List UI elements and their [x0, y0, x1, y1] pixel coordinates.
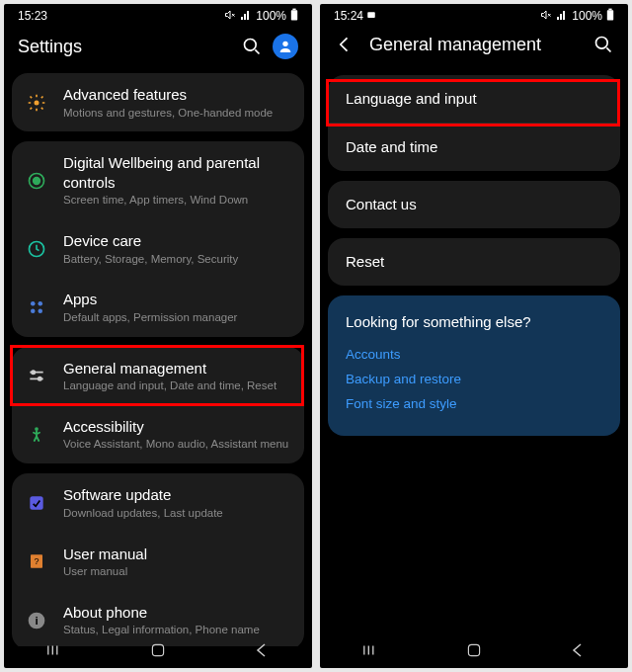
settings-list: Advanced features Motions and gestures, …	[4, 73, 312, 646]
nav-home[interactable]	[128, 642, 188, 658]
svg-rect-15	[30, 496, 42, 509]
battery-text: 100%	[572, 9, 602, 23]
nav-recents[interactable]	[26, 643, 85, 657]
svg-point-3	[282, 42, 287, 46]
manual-icon: ?	[26, 550, 47, 572]
mute-icon	[224, 9, 236, 24]
svg-point-24	[596, 38, 608, 49]
svg-point-11	[39, 309, 43, 314]
link-backup-restore[interactable]: Backup and restore	[346, 367, 602, 391]
battery-text: 100%	[256, 9, 286, 23]
header: General management	[320, 26, 628, 69]
item-title: About phone	[63, 603, 290, 623]
svg-point-9	[39, 301, 43, 306]
nav-recents[interactable]	[342, 643, 401, 657]
svg-text:?: ?	[34, 556, 39, 566]
signal-icon	[240, 9, 252, 24]
advanced-icon	[26, 92, 47, 114]
phone-general-management: 15:24 100% General management	[320, 4, 628, 668]
navbar	[320, 635, 628, 665]
item-advanced-features[interactable]: Advanced features Motions and gestures, …	[12, 73, 304, 131]
item-title: Accessibility	[63, 417, 290, 437]
status-time: 15:24	[334, 9, 376, 23]
item-title: Apps	[63, 290, 290, 309]
svg-rect-20	[152, 644, 163, 655]
svg-rect-22	[607, 10, 613, 20]
item-title: Advanced features	[63, 85, 290, 105]
nav-back[interactable]	[547, 642, 606, 658]
item-user-manual[interactable]: ? User manual User manual	[12, 533, 304, 591]
item-title: Reset	[346, 252, 384, 272]
back-icon[interactable]	[334, 34, 356, 55]
search-icon[interactable]	[592, 34, 614, 55]
item-title: Software update	[63, 485, 290, 505]
item-title: Date and time	[346, 137, 437, 157]
status-time: 15:23	[18, 9, 47, 23]
else-title: Looking for something else?	[346, 313, 602, 330]
settings-sliders-icon	[26, 365, 47, 386]
item-contact-us[interactable]: Contact us	[328, 181, 620, 228]
status-bar: 15:23 100%	[4, 4, 312, 26]
apps-icon	[26, 296, 47, 318]
nav-home[interactable]	[444, 642, 504, 658]
item-sub: Download updates, Last update	[63, 507, 290, 521]
svg-point-4	[35, 100, 40, 105]
mute-icon	[540, 9, 552, 24]
search-icon[interactable]	[241, 36, 263, 57]
svg-rect-23	[608, 8, 611, 10]
svg-text:i: i	[35, 614, 38, 627]
page-title: General management	[369, 35, 592, 55]
item-title: Contact us	[346, 195, 417, 214]
svg-rect-0	[291, 10, 297, 20]
svg-point-12	[32, 371, 35, 374]
item-title: User manual	[63, 545, 290, 564]
svg-rect-1	[292, 8, 295, 10]
account-avatar[interactable]	[273, 34, 298, 59]
item-reset[interactable]: Reset	[328, 238, 620, 286]
gm-list: Language and input Date and time Contact…	[320, 69, 628, 642]
item-title: General management	[63, 359, 290, 378]
signal-icon	[556, 9, 568, 24]
svg-point-6	[34, 177, 40, 184]
item-apps[interactable]: Apps Default apps, Permission manager	[12, 278, 304, 336]
svg-point-10	[31, 309, 36, 314]
item-sub: Battery, Storage, Memory, Security	[63, 253, 290, 267]
item-title: Language and input	[346, 89, 477, 109]
status-right: 100%	[224, 8, 298, 25]
info-icon: i	[26, 610, 47, 631]
svg-point-2	[245, 40, 257, 51]
devicecare-icon	[26, 238, 47, 260]
item-sub: Motions and gestures, One-handed mode	[63, 107, 290, 121]
item-device-care[interactable]: Device care Battery, Storage, Memory, Se…	[12, 219, 304, 278]
svg-point-13	[39, 378, 41, 380]
update-icon	[26, 492, 47, 514]
item-digital-wellbeing[interactable]: Digital Wellbeing and parental controls …	[12, 141, 304, 219]
item-title: Digital Wellbeing and parental controls	[63, 153, 290, 192]
status-right: 100%	[540, 8, 614, 25]
nav-back[interactable]	[231, 642, 290, 658]
item-sub: Language and input, Date and time, Reset	[63, 379, 290, 393]
page-title: Settings	[18, 37, 241, 57]
link-font-size-style[interactable]: Font size and style	[346, 391, 602, 416]
item-date-time[interactable]: Date and time	[328, 124, 620, 171]
item-sub: Screen time, App timers, Wind Down	[63, 194, 290, 208]
svg-point-8	[31, 301, 36, 306]
navbar	[4, 635, 312, 665]
battery-icon	[290, 8, 298, 25]
item-sub: User manual	[63, 565, 290, 579]
status-bar: 15:24 100%	[320, 4, 628, 26]
item-language-input[interactable]: Language and input	[328, 75, 620, 123]
item-title: Device care	[63, 231, 290, 251]
link-accounts[interactable]: Accounts	[346, 342, 602, 367]
item-sub: Default apps, Permission manager	[63, 311, 290, 325]
item-general-management[interactable]: General management Language and input, D…	[12, 347, 304, 405]
svg-rect-25	[468, 644, 479, 655]
phone-settings: 15:23 100% Settings	[4, 4, 312, 668]
item-software-update[interactable]: Software update Download updates, Last u…	[12, 473, 304, 532]
svg-rect-21	[368, 12, 376, 18]
battery-icon	[606, 8, 614, 25]
item-accessibility[interactable]: Accessibility Voice Assistant, Mono audi…	[12, 405, 304, 463]
looking-for-else: Looking for something else? Accounts Bac…	[328, 295, 620, 436]
wellbeing-icon	[26, 170, 47, 192]
header: Settings	[4, 26, 312, 73]
